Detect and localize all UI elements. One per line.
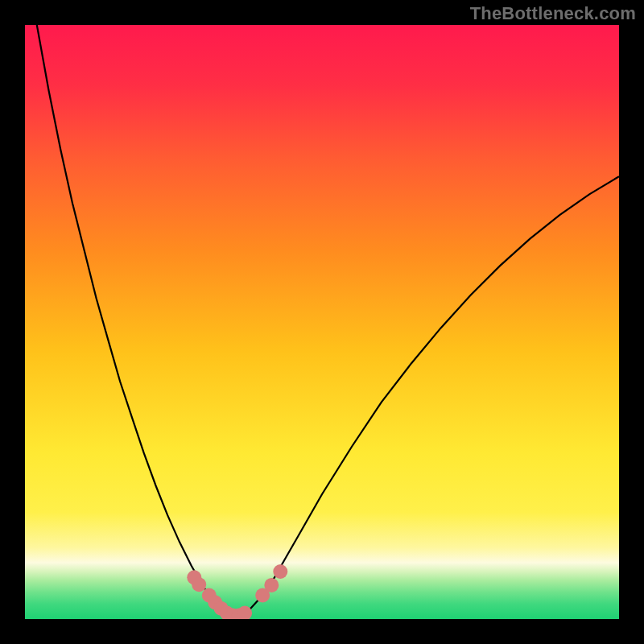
data-marker: [192, 577, 206, 592]
data-marker: [273, 564, 287, 579]
outer-frame: TheBottleneck.com: [0, 0, 644, 644]
data-marker: [264, 578, 279, 592]
data-marker: [237, 606, 252, 621]
gradient-background: [25, 25, 619, 619]
bottleneck-chart: [0, 0, 644, 644]
